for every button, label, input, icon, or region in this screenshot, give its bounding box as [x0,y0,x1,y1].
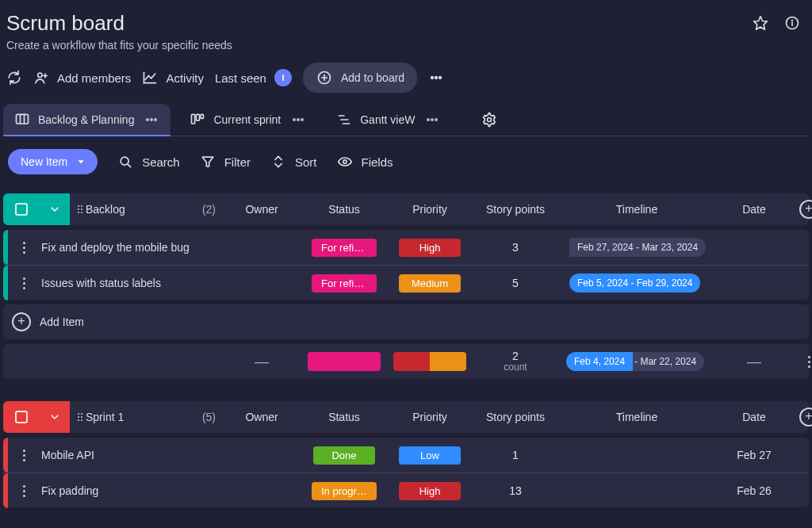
table-row[interactable]: Mobile API Done Low 1 Feb 27 [3,438,809,473]
timeline-cell[interactable]: Feb 27, 2024 - Mar 23, 2024 [558,238,715,257]
col-date[interactable]: Date [715,411,793,423]
add-to-board-button[interactable]: Add to board [303,63,417,93]
status-pill: Done [313,446,375,465]
add-column-button[interactable] [793,407,812,427]
tab-more-icon[interactable] [424,112,440,128]
row-name: Mobile API [40,449,222,461]
priority-cell[interactable]: Medium [387,274,473,293]
table-row[interactable]: Fix padding In progress High 13 Feb 26 [3,473,809,507]
drag-icon[interactable] [78,413,79,421]
status-cell[interactable]: Done [301,446,387,465]
col-owner[interactable]: Owner [222,411,301,423]
story-points-cell[interactable]: 3 [473,241,558,254]
svg-rect-13 [17,114,29,124]
tab-current-sprint[interactable]: Current sprint [178,105,317,134]
tab-settings-button[interactable] [470,105,508,134]
col-timeline[interactable]: Timeline [558,411,715,423]
date-cell[interactable]: Feb 27 [715,449,793,461]
col-date[interactable]: Date [715,203,793,216]
status-cell[interactable]: For refine… [301,239,387,257]
summary-status [301,352,387,371]
priority-pill: Medium [399,274,461,293]
row-menu[interactable] [8,242,40,254]
timeline-pill: Feb 5, 2024 - Feb 29, 2024 [569,274,700,293]
row-menu[interactable] [8,277,40,289]
plus-circle-icon [799,407,812,427]
board-icon [14,112,30,128]
filter-button[interactable]: Filter [199,153,251,170]
timeline-cell[interactable]: Feb 5, 2024 - Feb 29, 2024 [558,274,715,293]
col-status[interactable]: Status [301,203,387,216]
fields-button[interactable]: Fields [336,153,393,170]
summary-more[interactable] [793,356,812,368]
table-row[interactable]: Fix and deploy the mobile bug For refine… [3,230,809,265]
col-priority[interactable]: Priority [387,411,473,423]
star-icon[interactable] [752,14,769,32]
svg-point-22 [293,119,295,121]
group-collapse[interactable] [40,193,70,225]
tab-more-icon[interactable] [144,112,159,128]
col-owner[interactable]: Owner [222,203,301,216]
col-status[interactable]: Status [301,411,387,423]
group-checkbox[interactable] [3,401,40,433]
row-menu[interactable] [8,450,40,461]
svg-point-24 [301,119,303,121]
drag-icon[interactable] [78,205,79,213]
more-horizontal-icon [428,70,444,86]
group-name: Sprint 1 [86,411,124,423]
priority-cell[interactable]: High [387,239,473,257]
priority-cell[interactable]: High [387,482,473,500]
search-label: Search [142,155,180,169]
status-pill: For refine… [312,274,377,293]
svg-point-11 [435,77,438,79]
svg-point-29 [431,119,433,121]
row-menu[interactable] [8,485,40,497]
add-column-button[interactable] [793,200,812,219]
activity-button[interactable]: Activity [142,70,204,86]
svg-point-23 [297,119,299,121]
more-button[interactable] [428,70,444,86]
date-cell[interactable]: Feb 26 [715,484,793,497]
status-pill: In progress [312,482,377,500]
svg-point-10 [431,77,434,79]
new-item-button[interactable]: New Item [8,149,98,174]
group-header-sprint-1: Sprint 1 (5) Owner Status Priority Story… [3,401,809,433]
add-members-label: Add members [57,71,131,85]
svg-marker-32 [79,160,84,163]
col-story-points[interactable]: Story points [473,203,558,216]
group-count: (5) [202,411,216,423]
add-item-row[interactable]: Add Item [3,304,809,339]
story-points-cell[interactable]: 5 [473,277,558,289]
last-seen-label: Last seen [215,71,266,85]
add-members-button[interactable]: Add members [33,70,131,86]
status-cell[interactable]: In progress [301,482,387,500]
search-button[interactable]: Search [117,153,180,170]
summary-count: 2count [473,350,558,373]
add-item-label: Add Item [40,316,809,328]
svg-point-31 [488,118,492,122]
sync-button[interactable] [6,70,22,86]
story-points-cell[interactable]: 1 [473,449,558,461]
plus-circle-icon [12,312,31,331]
svg-line-34 [128,164,130,166]
col-story-points[interactable]: Story points [473,411,558,423]
svg-rect-19 [192,114,195,124]
last-seen[interactable]: Last seen I [215,69,292,86]
priority-cell[interactable]: Low [387,446,473,465]
status-cell[interactable]: For refine… [301,274,387,293]
table-row[interactable]: Issues with status labels For refine… Me… [3,265,809,300]
tab-backlog-planning[interactable]: Backlog & Planning [3,104,170,136]
info-icon[interactable] [783,14,801,32]
group-checkbox[interactable] [3,193,40,225]
group-collapse[interactable] [40,401,70,433]
priority-pill: Low [399,446,461,465]
tab-gantt-view[interactable]: Gantt vieW [325,105,451,134]
sort-button[interactable]: Sort [270,153,317,170]
tab-more-icon[interactable] [290,112,306,128]
gantt-icon [336,112,352,128]
col-timeline[interactable]: Timeline [558,203,715,216]
col-priority[interactable]: Priority [387,203,473,216]
row-name: Fix and deploy the mobile bug [40,241,222,254]
tab-label: Current sprint [213,113,281,126]
story-points-cell[interactable]: 13 [473,484,558,497]
